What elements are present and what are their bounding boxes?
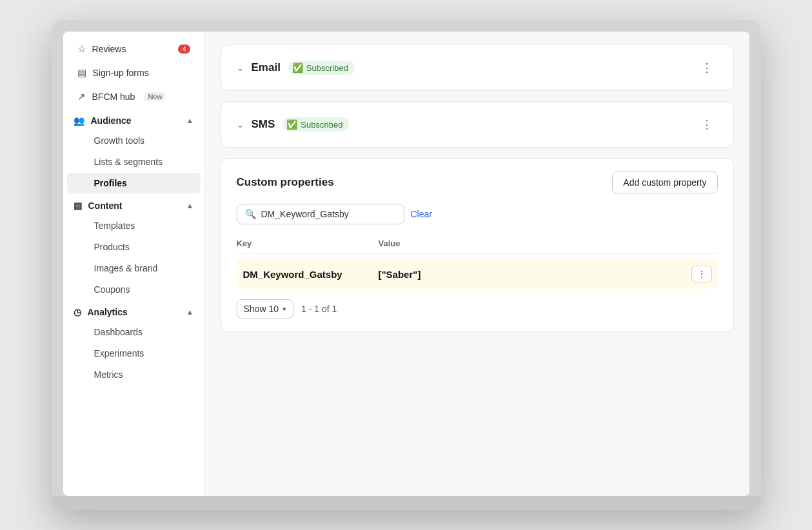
sidebar-section-audience[interactable]: 👥 Audience ▲ [63, 109, 204, 130]
sidebar-item-experiments[interactable]: Experiments [67, 343, 201, 364]
custom-props-title: Custom properties [237, 176, 334, 189]
sidebar-item-reviews[interactable]: ☆ Reviews 4 [67, 37, 201, 61]
email-status-label: Subscribed [306, 63, 348, 73]
sms-status-label: Subscribed [301, 120, 342, 130]
search-icon: 🔍 [245, 209, 256, 219]
sidebar-item-metrics[interactable]: Metrics [67, 364, 201, 385]
column-header-key: Key [237, 239, 379, 248]
row-actions: ⋮ [686, 266, 718, 282]
content-chevron-icon: ▲ [186, 201, 194, 210]
pagination-count: 1 - 1 of 1 [301, 304, 337, 314]
analytics-label: Analytics [88, 307, 128, 317]
sidebar-item-bfcm-hub[interactable]: ↗ BFCM hub New [67, 85, 201, 108]
show-count-chevron-icon: ▾ [282, 305, 286, 313]
row-key: DM_Keyword_Gatsby [237, 269, 379, 280]
show-count-select[interactable]: Show 10 ▾ [237, 299, 293, 319]
sidebar-item-label: Reviews [92, 44, 126, 54]
properties-table: Key Value DM_Keyword_Gatsby ["Saber"] ⋮ [237, 235, 718, 289]
audience-label: Audience [91, 115, 132, 126]
sidebar-item-label: BFCM hub [92, 92, 135, 102]
sidebar-item-label: Sign-up forms [93, 68, 149, 78]
sms-check-icon: ✅ [286, 119, 297, 130]
sidebar-section-content[interactable]: ▤ Content ▲ [63, 194, 204, 215]
sidebar-item-coupons[interactable]: Coupons [67, 279, 201, 300]
bfcm-hub-icon: ↗ [77, 91, 86, 103]
sms-card: ⌄ SMS ✅ Subscribed ⋮ [221, 101, 734, 148]
sidebar: ☆ Reviews 4 ▤ Sign-up forms ↗ BFCM hub N… [63, 32, 205, 496]
sms-subscribed-badge: ✅ Subscribed [282, 117, 349, 132]
column-header-actions [686, 239, 718, 248]
table-row: DM_Keyword_Gatsby ["Saber"] ⋮ [237, 259, 718, 289]
audience-chevron-icon: ▲ [186, 116, 194, 125]
pagination-row: Show 10 ▾ 1 - 1 of 1 [237, 299, 718, 319]
email-expand-icon[interactable]: ⌄ [237, 63, 244, 73]
clear-search-link[interactable]: Clear [411, 209, 432, 219]
sidebar-item-profiles[interactable]: Profiles [67, 173, 201, 193]
row-value: ["Saber"] [379, 269, 686, 280]
table-header-row: Key Value [237, 235, 718, 254]
search-box[interactable]: 🔍 [237, 204, 404, 224]
sms-expand-icon[interactable]: ⌄ [237, 120, 244, 130]
signup-forms-icon: ▤ [77, 67, 86, 79]
sidebar-item-images-brand[interactable]: Images & brand [67, 258, 201, 279]
custom-props-header: Custom properties Add custom property [237, 172, 718, 193]
search-input[interactable] [261, 209, 396, 219]
sidebar-item-signup-forms[interactable]: ▤ Sign-up forms [67, 61, 201, 84]
email-check-icon: ✅ [292, 63, 303, 73]
analytics-icon: ◷ [74, 307, 81, 317]
sidebar-section-analytics[interactable]: ◷ Analytics ▲ [63, 300, 204, 321]
column-header-value: Value [379, 239, 686, 248]
show-count-label: Show 10 [244, 304, 279, 314]
sms-channel-name: SMS [252, 118, 275, 131]
bfcm-new-badge: New [144, 92, 166, 101]
email-card: ⌄ Email ✅ Subscribed ⋮ [221, 44, 734, 91]
content-icon: ▤ [74, 201, 82, 211]
sidebar-item-products[interactable]: Products [67, 237, 201, 257]
sidebar-item-templates[interactable]: Templates [67, 215, 201, 236]
email-subscribed-badge: ✅ Subscribed [288, 61, 355, 75]
custom-properties-card: Custom properties Add custom property 🔍 … [221, 158, 734, 332]
main-content: ⌄ Email ✅ Subscribed ⋮ ⌄ SMS ✅ Subscrib [205, 32, 749, 496]
audience-icon: 👥 [74, 115, 84, 126]
reviews-icon: ☆ [77, 43, 86, 55]
sms-menu-icon[interactable]: ⋮ [696, 115, 718, 134]
analytics-chevron-icon: ▲ [186, 308, 194, 317]
email-channel-name: Email [252, 61, 281, 74]
sidebar-item-dashboards[interactable]: Dashboards [67, 322, 201, 342]
add-custom-property-button[interactable]: Add custom property [612, 172, 717, 193]
email-menu-icon[interactable]: ⋮ [696, 58, 718, 77]
reviews-badge: 4 [178, 44, 190, 54]
sidebar-item-growth-tools[interactable]: Growth tools [67, 130, 201, 151]
search-row: 🔍 Clear [237, 204, 718, 224]
row-menu-button[interactable]: ⋮ [691, 266, 712, 282]
content-label: Content [88, 201, 123, 211]
sidebar-item-lists-segments[interactable]: Lists & segments [67, 152, 201, 172]
